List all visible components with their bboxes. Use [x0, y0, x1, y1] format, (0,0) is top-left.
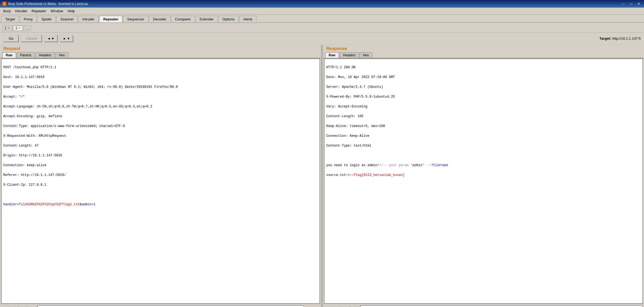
- tab-alerts[interactable]: Alerts: [239, 16, 257, 22]
- request-search-up-btn[interactable]: ▲: [11, 306, 19, 307]
- back-button[interactable]: ◄ ▼: [44, 35, 58, 42]
- minimize-button[interactable]: ─: [621, 2, 626, 6]
- req-line4: Accept: */*: [3, 95, 25, 99]
- resp-line2: Date: Mon, 18 Apr 2022 07:10:06 GMT: [326, 75, 395, 79]
- toolbar: Go Cancel ◄ ▼ ► ▼ Target: http://10.1.1.…: [0, 33, 644, 45]
- request-tab-raw[interactable]: Raw: [2, 52, 16, 58]
- response-search-input[interactable]: [361, 305, 642, 307]
- req-line5: Accept-Language: zh-CN,zh;q=0.8,zh-TW;q=…: [3, 105, 152, 108]
- request-search-prev-btn[interactable]: ◄: [2, 306, 10, 307]
- request-text-area[interactable]: POST /testhook.php HTTP/1.1 Host: 10.1.1…: [1, 59, 320, 303]
- request-tab-hex[interactable]: Hex: [55, 52, 68, 58]
- forward-button[interactable]: ► ▼: [60, 35, 74, 42]
- req-line10: Origin: http://10.1.1.147:5016: [3, 154, 62, 157]
- request-tab-params[interactable]: Params: [17, 52, 35, 58]
- maximize-button[interactable]: □: [628, 2, 634, 6]
- response-tab-bar: Raw Headers Hex: [323, 52, 644, 58]
- resp-comment-close: -->: [424, 163, 432, 167]
- response-search-down-btn[interactable]: ▼: [343, 306, 350, 307]
- tab-intruder[interactable]: Intruder: [78, 16, 99, 22]
- req-line12: Referer: http://10.1.1.147:5016/: [3, 173, 66, 177]
- tab-target[interactable]: Target: [1, 16, 19, 22]
- req-line13: X-Client-Ip: 127.0.0.1: [3, 183, 46, 187]
- resp-line3: Server: Apache/2.4.7 (Ubuntu): [326, 85, 383, 89]
- tab-comparer[interactable]: Comparer: [171, 16, 195, 22]
- repeater-tab-bar: 1 ✕ 2 ✕ ...: [0, 23, 644, 33]
- tab-extender[interactable]: Extender: [196, 16, 218, 22]
- request-tab-bar: Raw Params Headers Hex: [0, 52, 321, 58]
- resp-line1: HTTP/1.1 200 OK: [326, 66, 356, 69]
- repeater-tab-2[interactable]: 2 ✕: [13, 26, 23, 31]
- resp-line8: Connection: Keep-Alive: [326, 134, 369, 138]
- menu-repeater[interactable]: Repeater: [29, 8, 48, 14]
- response-search-bar: ◄ ▲ ▼ ►: [323, 304, 644, 307]
- request-tab-headers[interactable]: Headers: [35, 52, 55, 58]
- response-search-up-btn[interactable]: ▲: [334, 306, 341, 307]
- response-search-prev-btn[interactable]: ◄: [325, 306, 332, 307]
- response-tab-hex[interactable]: Hex: [359, 52, 372, 58]
- resp-comment-param: 'admin': [411, 163, 424, 167]
- title-bar: S Burp Suite Professional v1.6beta - lic…: [0, 0, 644, 8]
- resp-comment-open: <!-- post param: [379, 163, 410, 167]
- response-tab-headers[interactable]: Headers: [340, 52, 359, 58]
- repeater-tab-1-label: 1: [5, 26, 7, 30]
- tab-proxy[interactable]: Proxy: [20, 16, 37, 22]
- cancel-button: Cancel: [21, 35, 42, 42]
- response-panel: Response Raw Headers Hex HTTP/1.1 200 OK…: [323, 45, 644, 307]
- resp-br: <br>: [346, 173, 354, 177]
- repeater-tab-dots[interactable]: ...: [24, 26, 31, 31]
- resp-line6: Content-Length: 105: [326, 114, 364, 118]
- req-line9: Content-Length: 47: [3, 144, 39, 148]
- response-search-next-btn[interactable]: ►: [352, 306, 359, 307]
- req-line11: Connection: keep-alive: [3, 163, 46, 167]
- response-text-wrapper: HTTP/1.1 200 OK Date: Mon, 18 Apr 2022 0…: [324, 58, 643, 304]
- repeater-tab-1[interactable]: 1 ✕: [2, 26, 12, 31]
- app-icon: S: [2, 2, 7, 6]
- request-search-input[interactable]: [38, 305, 303, 307]
- request-text-wrapper: POST /testhook.php HTTP/1.1 Host: 10.1.1…: [1, 58, 320, 304]
- forward-dropdown-icon: ▼: [67, 37, 70, 41]
- close-button[interactable]: ✕: [636, 2, 642, 6]
- resp-line5: Vary: Accept-Encoding: [326, 105, 367, 108]
- response-text-area[interactable]: HTTP/1.1 200 OK Date: Mon, 18 Apr 2022 0…: [324, 59, 643, 303]
- tab-spider[interactable]: Spider: [37, 16, 56, 22]
- tab-repeater[interactable]: Repeater: [99, 16, 123, 22]
- tab-decoder[interactable]: Decoder: [149, 16, 170, 22]
- resp-fileread: fileread: [432, 163, 448, 167]
- resp-line9: Content-Type: text/html: [326, 144, 371, 148]
- req-body-key: handler=: [3, 203, 19, 206]
- req-body-value: file%3A%2F%2F%2Fopt%2Fflag1.txt: [19, 203, 80, 206]
- req-line8: X-Requested-With: XMLHttpRequest: [3, 134, 66, 138]
- resp-body-text: you need to login as admin!: [326, 163, 379, 167]
- req-body-rest: &admin=1: [80, 203, 96, 206]
- resp-body-line2: source.txt: [326, 173, 346, 177]
- top-tab-bar: Target Proxy Spider Scanner Intruder Rep…: [0, 15, 644, 23]
- menu-intruder[interactable]: Intruder: [13, 8, 29, 14]
- tab-options[interactable]: Options: [218, 16, 239, 22]
- tab-sequencer[interactable]: Sequencer: [123, 16, 148, 22]
- request-search-down-btn[interactable]: ▼: [20, 306, 28, 307]
- resp-line4: X-Powered-By: PHP/5.5.9-1ubuntu4.25: [326, 95, 395, 99]
- go-button[interactable]: Go: [3, 35, 19, 42]
- tab-scanner[interactable]: Scanner: [56, 16, 78, 22]
- req-line3: User-Agent: Mozilla/5.0 (Windows NT 6.1;…: [3, 85, 178, 89]
- target-display: Target: http://10.1.1.147:5: [599, 36, 641, 41]
- repeater-tab-2-close[interactable]: ✕: [18, 27, 20, 30]
- menu-window[interactable]: Window: [48, 8, 65, 14]
- forward-arrow-icon: ►: [63, 37, 66, 41]
- menu-burp[interactable]: Burp: [1, 8, 13, 14]
- request-search-next-btn[interactable]: ►: [29, 306, 36, 307]
- request-header: Request: [0, 45, 321, 52]
- response-header: Response: [323, 45, 644, 52]
- request-search-bar: ◄ ▲ ▼ ► 0 matches: [0, 304, 321, 307]
- back-arrow-icon: ◄: [47, 37, 51, 41]
- menu-help[interactable]: Help: [65, 8, 77, 14]
- menu-bar: Burp Intruder Repeater Window Help: [0, 8, 644, 15]
- repeater-tab-2-label: 2: [16, 26, 17, 30]
- target-url: http://10.1.1.147:5: [612, 36, 641, 41]
- repeater-tab-1-close[interactable]: ✕: [8, 27, 10, 30]
- response-tab-raw[interactable]: Raw: [325, 52, 339, 58]
- req-line2: Host: 10.1.1.147:5016: [3, 75, 44, 79]
- req-line1: POST /testhook.php HTTP/1.1: [3, 66, 56, 69]
- req-line7: Content-Type: application/x-www-form-url…: [3, 124, 125, 128]
